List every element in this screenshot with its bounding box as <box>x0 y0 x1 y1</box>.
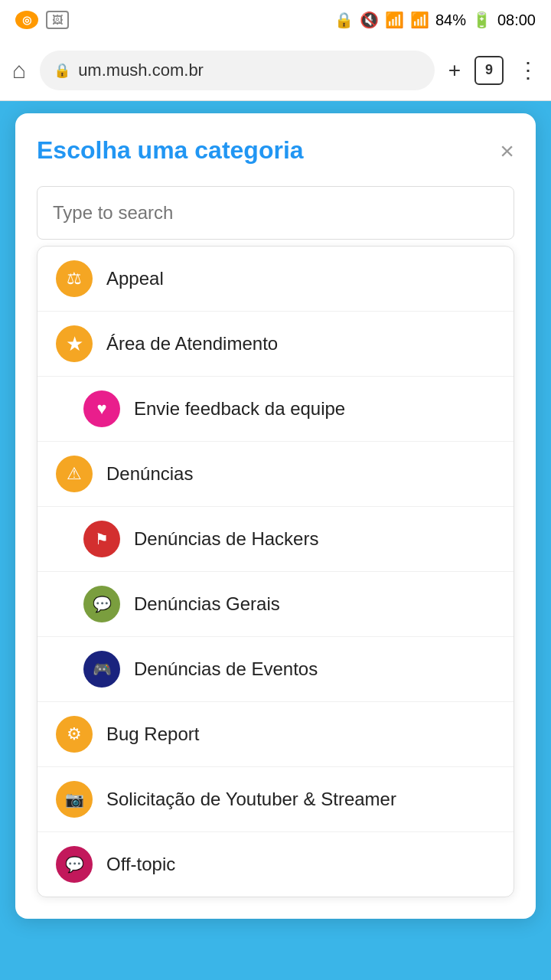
offtopic-icon: 💬 <box>56 846 93 883</box>
hackers-icon: ⚑ <box>83 521 120 557</box>
category-item-bug[interactable]: ⚙ Bug Report <box>37 701 514 766</box>
mute-icon: 🔇 <box>360 11 379 29</box>
eventos-icon: 🎮 <box>83 651 120 688</box>
category-item-feedback[interactable]: ♥ Envie feedback da equipe <box>37 376 514 441</box>
category-dropdown: ⚖ Appeal ★ Área de Atendimento ♥ Envie f… <box>37 246 514 897</box>
wifi-icon: 📶 <box>385 11 404 29</box>
denuncias-label: Denúncias <box>106 463 193 485</box>
page-background: Escolha uma categoria × ⚖ Appeal ★ Área … <box>0 101 551 980</box>
category-modal: Escolha uma categoria × ⚖ Appeal ★ Área … <box>15 113 536 919</box>
appeal-label: Appeal <box>106 268 164 289</box>
battery-percent: 84% <box>435 11 466 29</box>
bug-label: Bug Report <box>106 724 199 745</box>
gerais-icon: 💬 <box>83 586 120 622</box>
new-tab-button[interactable]: + <box>448 58 461 83</box>
menu-button[interactable]: ⋮ <box>517 57 539 83</box>
url-text: um.mush.com.br <box>78 60 204 80</box>
appeal-icon: ⚖ <box>56 260 93 297</box>
eventos-label: Denúncias de Eventos <box>134 658 318 680</box>
youtuber-icon: 📷 <box>56 781 93 818</box>
bug-icon: ⚙ <box>56 716 93 753</box>
lock-status-icon: 🔒 <box>334 11 354 29</box>
modal-title: Escolha uma categoria <box>37 136 304 165</box>
category-item-gerais[interactable]: 💬 Denúncias Gerais <box>37 571 514 636</box>
category-item-denuncias[interactable]: ⚠ Denúncias <box>37 441 514 506</box>
atendimento-icon: ★ <box>56 325 93 362</box>
status-left-icons: ◎ 🖼 <box>15 11 69 29</box>
hackers-label: Denúncias de Hackers <box>134 528 318 550</box>
offtopic-label: Off-topic <box>106 854 175 875</box>
category-item-youtuber[interactable]: 📷 Solicitação de Youtuber & Streamer <box>37 766 514 831</box>
browser-bar: ⌂ 🔒 um.mush.com.br + 9 ⋮ <box>0 40 551 101</box>
lock-icon: 🔒 <box>54 62 70 79</box>
home-button[interactable]: ⌂ <box>12 57 26 83</box>
status-bar: ◎ 🖼 🔒 🔇 📶 📶 84% 🔋 08:00 <box>0 0 551 40</box>
category-item-offtopic[interactable]: 💬 Off-topic <box>37 831 514 897</box>
modal-header: Escolha uma categoria × <box>37 136 514 165</box>
feedback-label: Envie feedback da equipe <box>134 398 345 420</box>
category-item-appeal[interactable]: ⚖ Appeal <box>37 247 514 311</box>
url-bar[interactable]: 🔒 um.mush.com.br <box>40 51 435 90</box>
battery-icon: 🔋 <box>472 11 491 29</box>
category-item-hackers[interactable]: ⚑ Denúncias de Hackers <box>37 506 514 571</box>
category-item-eventos[interactable]: 🎮 Denúncias de Eventos <box>37 636 514 701</box>
feedback-icon: ♥ <box>83 390 120 427</box>
atendimento-label: Área de Atendimento <box>106 333 278 354</box>
clock: 08:00 <box>497 11 536 29</box>
youtuber-label: Solicitação de Youtuber & Streamer <box>106 789 396 810</box>
gerais-label: Denúncias Gerais <box>134 593 280 615</box>
signal-icon: 📶 <box>410 11 429 29</box>
search-input[interactable] <box>37 186 514 240</box>
notification-icon: ◎ <box>15 11 38 29</box>
tabs-count-button[interactable]: 9 <box>474 56 504 85</box>
category-item-atendimento[interactable]: ★ Área de Atendimento <box>37 311 514 376</box>
image-icon: 🖼 <box>46 11 69 29</box>
browser-actions: + 9 ⋮ <box>448 56 539 85</box>
close-button[interactable]: × <box>500 139 514 163</box>
denuncias-icon: ⚠ <box>56 456 93 492</box>
status-right-icons: 🔒 🔇 📶 📶 84% 🔋 08:00 <box>334 11 536 29</box>
